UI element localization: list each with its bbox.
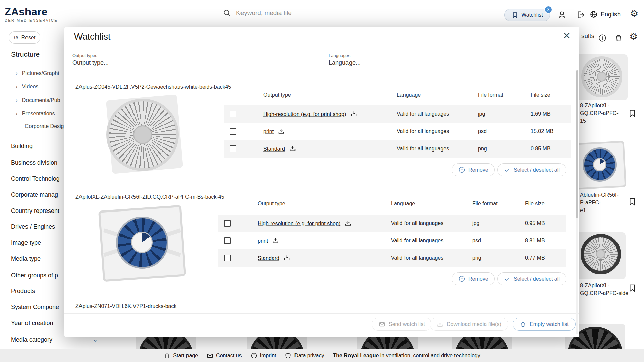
output-type-link[interactable]: print	[263, 128, 285, 135]
empty-watchlist-button[interactable]: Empty watch list	[513, 318, 576, 331]
download-icon[interactable]	[272, 237, 279, 244]
row-language: Valid for all languages	[397, 146, 449, 152]
reset-icon: ↺	[14, 34, 19, 41]
shield-icon	[285, 352, 291, 359]
row-file-size: 15.02 MB	[531, 128, 553, 134]
languages-label: Languages	[329, 53, 576, 58]
send-watchlist-button[interactable]: Send watch list	[372, 318, 432, 331]
filter-item-media-category[interactable]: Media category ⌄	[11, 336, 98, 343]
language-selector[interactable]: English	[590, 10, 621, 18]
trash-icon[interactable]	[614, 34, 623, 42]
structure-item-corporate-design[interactable]: Corporate Desig	[25, 123, 64, 129]
filter-label: Media type	[11, 255, 41, 262]
download-icon[interactable]	[283, 255, 290, 262]
bookmark-icon[interactable]	[628, 109, 637, 118]
user-account-icon[interactable]	[557, 10, 567, 19]
select-deselect-all-button[interactable]: Select / deselect all	[497, 163, 566, 176]
row-language: Valid for all languages	[397, 128, 449, 134]
row-file-format: jpg	[478, 111, 485, 117]
minus-circle-icon	[458, 275, 465, 282]
top-bar: ZAshare DER MEDIENSERVICE Watchlist 3	[0, 0, 644, 31]
languages-select[interactable]: Languages Language...	[329, 53, 576, 70]
footer-link-imprint[interactable]: Imprint	[251, 352, 276, 359]
result-thumbnail[interactable]	[572, 53, 629, 102]
structure-item-videos[interactable]: › Videos	[16, 83, 38, 90]
home-icon	[164, 352, 170, 359]
remove-button[interactable]: Remove	[452, 163, 495, 176]
bookmark-icon[interactable]	[628, 284, 637, 292]
watchlist-modal: Watchlist ✕ Output types Output type... …	[64, 27, 579, 337]
table-row: print Valid for all languages psd 15.02 …	[224, 123, 571, 140]
row-file-format: png	[478, 146, 487, 152]
select-deselect-all-button[interactable]: Select / deselect all	[497, 272, 566, 285]
chevron-right-icon: ›	[16, 110, 18, 117]
output-type-link[interactable]: print	[258, 237, 279, 244]
trash-icon	[520, 321, 526, 328]
thumbnail-caption: 8-ZApilotXL-GQ.CRP-aPFC-15	[580, 102, 619, 125]
download-icon[interactable]	[278, 128, 285, 135]
bookmark-icon[interactable]	[628, 197, 637, 206]
structure-item-presentations[interactable]: › Presentations	[16, 110, 55, 117]
download-icon[interactable]	[289, 145, 296, 153]
add-circle-icon[interactable]	[598, 34, 607, 42]
filter-label: Business division	[11, 159, 57, 166]
output-type-link[interactable]: High-resolution (e.g. for print shop)	[258, 220, 352, 227]
result-thumbnail[interactable]	[572, 231, 627, 281]
media-item-name: ZAplus-ZG045-VDL.2F.V5P2-Gewaechshaus-wh…	[75, 84, 231, 90]
footer-tagline: The Royal League in ventilation, control…	[333, 353, 480, 359]
output-type-link[interactable]: Standard	[258, 255, 290, 262]
filter-label: Control Technolog	[11, 175, 60, 182]
download-icon[interactable]	[350, 111, 357, 118]
search-icon	[223, 9, 231, 17]
product-image-centrifugal-fan	[97, 205, 189, 282]
column-header-file-format: File format	[472, 201, 498, 207]
chevron-right-icon: ›	[16, 97, 18, 104]
download-media-files-button[interactable]: Download media file(s)	[430, 318, 508, 331]
column-header-file-size: File size	[531, 92, 550, 98]
structure-item-documents[interactable]: › Documents/Pub	[16, 97, 60, 104]
table-header-row: Output type Language File format File si…	[224, 90, 571, 105]
footer-link-data-privacy[interactable]: Data privacy	[285, 352, 324, 359]
structure-item-pictures-graphics[interactable]: › Pictures/Graphi	[16, 70, 59, 77]
thumbnail-caption: 8-ZApilotXL-GQ.CRP-aPFC-side	[580, 282, 628, 297]
filter-label: Building	[11, 143, 33, 150]
chevron-right-icon: ›	[16, 83, 18, 90]
watchlist-button[interactable]: Watchlist 3	[504, 9, 550, 21]
row-language: Valid for all languages	[391, 238, 443, 244]
column-header-language: Language	[391, 201, 415, 207]
reset-label: Reset	[21, 35, 36, 41]
filter-label: Media category	[11, 336, 52, 343]
reset-filters-button[interactable]: ↺ Reset	[9, 31, 40, 44]
check-icon	[504, 167, 511, 173]
row-language: Valid for all languages	[391, 220, 443, 226]
row-language: Valid for all languages	[391, 255, 443, 261]
output-type-link[interactable]: High-resolution (e.g. for print shop)	[263, 111, 357, 118]
row-checkbox[interactable]	[230, 128, 236, 135]
output-types-select[interactable]: Output types Output type...	[72, 53, 319, 70]
table-row: Standard Valid for all languages png 0.8…	[224, 140, 571, 158]
row-checkbox[interactable]	[224, 220, 231, 227]
footer-link-contact-us[interactable]: Contact us	[207, 352, 241, 359]
results-settings-gear-icon[interactable]: ⚙	[629, 31, 638, 42]
search-input[interactable]	[236, 9, 424, 17]
logout-icon[interactable]	[576, 10, 585, 19]
close-icon[interactable]: ✕	[562, 31, 571, 41]
filter-label: Products	[11, 288, 35, 295]
chevron-down-icon: ⌄	[93, 336, 98, 343]
row-checkbox[interactable]	[230, 111, 236, 117]
result-thumbnail[interactable]	[572, 140, 627, 190]
brand-logo[interactable]: ZAshare DER MEDIENSERVICE	[5, 7, 58, 22]
row-checkbox[interactable]	[230, 145, 236, 152]
column-header-language: Language	[397, 92, 421, 98]
row-checkbox[interactable]	[224, 237, 231, 244]
media-item-name: ZAplus-ZN071-VDH.6K.V7P1-drucks-back	[75, 303, 176, 309]
settings-gear-icon[interactable]: ⚙	[630, 8, 638, 19]
row-checkbox[interactable]	[224, 255, 231, 261]
remove-button[interactable]: Remove	[452, 272, 495, 285]
filter-label: System Compone	[11, 304, 59, 311]
modal-scrollbar-thumb[interactable]	[576, 70, 578, 218]
output-type-link[interactable]: Standard	[263, 145, 296, 153]
footer-link-start-page[interactable]: Start page	[164, 352, 198, 359]
minus-circle-icon	[458, 166, 465, 173]
download-icon[interactable]	[344, 220, 352, 227]
